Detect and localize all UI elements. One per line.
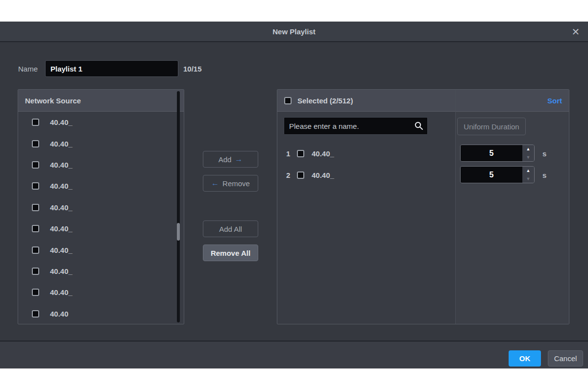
ok-button[interactable]: OK	[509, 350, 541, 367]
source-item-label: 40.40_	[50, 267, 73, 275]
source-item-checkbox[interactable]	[32, 225, 39, 232]
source-item-checkbox[interactable]	[32, 268, 39, 275]
source-list-item[interactable]: 40.40	[18, 303, 184, 324]
source-item-label: 40.40_	[50, 161, 73, 169]
network-source-list: 40.40_ 40.40_ 40.40_ 40.40_	[18, 112, 184, 324]
source-item-label: 40.40_	[50, 140, 73, 148]
source-list-item[interactable]: 40.40_	[18, 218, 184, 239]
source-item-label: 40.40_	[50, 288, 73, 296]
source-item-checkbox[interactable]	[32, 182, 39, 190]
dialog-footer: OK Cancel	[0, 341, 588, 368]
source-item-label: 40.40_	[50, 203, 73, 212]
source-item-checkbox[interactable]	[32, 161, 39, 169]
add-all-button[interactable]: Add All	[203, 220, 258, 237]
source-item-checkbox[interactable]	[32, 310, 39, 318]
row-index: 1	[286, 149, 293, 158]
selected-title: Selected (2/512)	[297, 97, 353, 105]
duration-input[interactable]: 5	[461, 167, 522, 183]
dialog-title: New Playlist	[272, 27, 316, 36]
add-button[interactable]: Add →	[203, 151, 258, 168]
source-item-label: 40.40_	[50, 182, 73, 190]
spin-up-icon[interactable]: ▲	[522, 167, 534, 175]
selected-row-main[interactable]: 1 40.40_	[286, 143, 334, 164]
remove-button-label: Remove	[222, 179, 250, 188]
source-item-label: 40.40_	[50, 246, 73, 254]
column-divider	[455, 90, 456, 324]
source-item-label: 40.40_	[50, 224, 73, 233]
duration-input[interactable]: 5	[461, 145, 522, 161]
selected-item-label: 40.40_	[312, 171, 334, 179]
cancel-button[interactable]: Cancel	[548, 350, 583, 367]
search-input[interactable]	[284, 117, 428, 135]
source-list-item[interactable]: 40.40_	[18, 261, 184, 282]
source-item-checkbox[interactable]	[32, 119, 39, 126]
scrollbar-thumb[interactable]	[177, 223, 180, 241]
network-source-title: Network Source	[25, 97, 81, 105]
name-label: Name	[18, 65, 38, 73]
arrow-right-icon: →	[235, 155, 243, 164]
duration-unit-label: s	[542, 143, 546, 164]
row-index: 2	[286, 171, 293, 179]
remove-all-button[interactable]: Remove All	[203, 245, 258, 261]
selected-row: 1 40.40_ 5 ▲ ▼ s	[277, 143, 569, 164]
duration-unit-label: s	[542, 164, 546, 186]
remove-button[interactable]: ← Remove	[203, 175, 258, 192]
duration-spin-buttons: ▲ ▼	[522, 167, 534, 183]
dialog-titlebar: New Playlist ✕	[0, 22, 588, 42]
selected-row: 2 40.40_ 5 ▲ ▼ s	[277, 164, 569, 186]
name-input[interactable]	[45, 60, 178, 77]
duration-spin-buttons: ▲ ▼	[522, 145, 534, 161]
close-icon[interactable]: ✕	[569, 25, 582, 38]
source-list-item[interactable]: 40.40_	[18, 154, 184, 175]
selected-item-label: 40.40_	[312, 149, 334, 158]
source-item-checkbox[interactable]	[32, 140, 39, 147]
uniform-duration-button[interactable]: Uniform Duration	[457, 118, 526, 135]
source-item-checkbox[interactable]	[32, 289, 39, 296]
source-list-item[interactable]: 40.40_	[18, 197, 184, 218]
name-row: Name 10/15	[18, 60, 202, 77]
arrow-left-icon: ←	[211, 179, 219, 188]
select-all-checkbox[interactable]	[284, 97, 292, 104]
duration-stepper: 5 ▲ ▼	[460, 166, 535, 183]
source-item-label: 40.40_	[50, 118, 73, 126]
spin-up-icon[interactable]: ▲	[522, 145, 534, 153]
source-list-item[interactable]: 40.40_	[18, 282, 184, 303]
source-list-scrollbar[interactable]	[177, 91, 180, 322]
selected-item-checkbox[interactable]	[297, 150, 304, 157]
spin-down-icon[interactable]: ▼	[522, 153, 534, 162]
duration-stepper: 5 ▲ ▼	[460, 145, 535, 162]
source-list-item[interactable]: 40.40_	[18, 239, 184, 260]
sort-link[interactable]: Sort	[547, 97, 562, 105]
add-all-button-label: Add All	[219, 225, 242, 233]
selected-header: Selected (2/512) Sort	[277, 90, 569, 112]
selected-list: 1 40.40_ 5 ▲ ▼ s 2	[277, 143, 569, 186]
source-list-item[interactable]: 40.40_	[18, 175, 184, 196]
spin-down-icon[interactable]: ▼	[522, 175, 534, 183]
name-char-counter: 10/15	[183, 65, 202, 73]
search-field	[284, 117, 428, 135]
source-list-item[interactable]: 40.40_	[18, 112, 184, 133]
search-icon	[414, 121, 424, 131]
selected-row-main[interactable]: 2 40.40_	[286, 164, 334, 186]
remove-all-button-label: Remove All	[211, 249, 250, 257]
source-item-checkbox[interactable]	[32, 204, 39, 211]
network-source-panel: Network Source 40.40_ 40.40_ 40.40_	[18, 89, 184, 324]
selected-item-checkbox[interactable]	[297, 172, 304, 179]
new-playlist-dialog: New Playlist ✕ Name 10/15 Network Source…	[0, 22, 588, 368]
source-item-label: 40.40	[50, 310, 69, 318]
network-source-header: Network Source	[18, 90, 184, 112]
add-button-label: Add	[219, 155, 232, 164]
source-item-checkbox[interactable]	[32, 246, 39, 254]
source-list-item[interactable]: 40.40_	[18, 133, 184, 154]
selected-panel: Selected (2/512) Sort Uniform Duration 1…	[277, 89, 569, 324]
